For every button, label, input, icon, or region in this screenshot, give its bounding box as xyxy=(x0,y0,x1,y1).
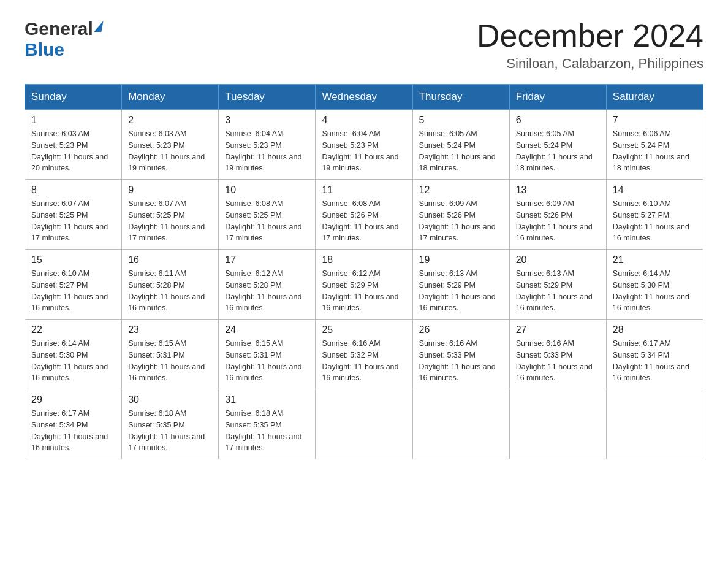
calendar-cell: 14 Sunrise: 6:10 AMSunset: 5:27 PMDaylig… xyxy=(606,180,703,250)
calendar-cell: 30 Sunrise: 6:18 AMSunset: 5:35 PMDaylig… xyxy=(122,389,219,459)
day-number: 1 xyxy=(31,115,115,126)
day-number: 7 xyxy=(613,115,697,126)
calendar-cell: 10 Sunrise: 6:08 AMSunset: 5:25 PMDaylig… xyxy=(219,180,316,250)
day-info: Sunrise: 6:18 AMSunset: 5:35 PMDaylight:… xyxy=(128,409,205,452)
day-info: Sunrise: 6:13 AMSunset: 5:29 PMDaylight:… xyxy=(419,269,496,312)
day-info: Sunrise: 6:08 AMSunset: 5:26 PMDaylight:… xyxy=(322,199,398,242)
calendar-cell: 22 Sunrise: 6:14 AMSunset: 5:30 PMDaylig… xyxy=(25,320,122,389)
calendar-cell: 18 Sunrise: 6:12 AMSunset: 5:29 PMDaylig… xyxy=(316,250,412,320)
calendar-cell: 4 Sunrise: 6:04 AMSunset: 5:23 PMDayligh… xyxy=(316,110,412,180)
day-info: Sunrise: 6:15 AMSunset: 5:31 PMDaylight:… xyxy=(225,339,301,382)
weekday-header-wednesday: Wednesday xyxy=(316,85,412,110)
calendar-cell: 15 Sunrise: 6:10 AMSunset: 5:27 PMDaylig… xyxy=(25,250,122,320)
calendar-week-row: 22 Sunrise: 6:14 AMSunset: 5:30 PMDaylig… xyxy=(25,320,703,389)
calendar-cell: 6 Sunrise: 6:05 AMSunset: 5:24 PMDayligh… xyxy=(509,110,606,180)
day-number: 3 xyxy=(225,115,309,126)
page-header: General Blue December 2024 Siniloan, Cal… xyxy=(25,18,703,72)
day-info: Sunrise: 6:18 AMSunset: 5:35 PMDaylight:… xyxy=(225,409,301,452)
day-number: 28 xyxy=(613,324,697,335)
day-info: Sunrise: 6:12 AMSunset: 5:28 PMDaylight:… xyxy=(225,269,301,312)
day-number: 18 xyxy=(322,255,406,266)
day-number: 19 xyxy=(419,255,503,266)
calendar-cell: 5 Sunrise: 6:05 AMSunset: 5:24 PMDayligh… xyxy=(412,110,509,180)
day-number: 12 xyxy=(419,185,503,196)
day-number: 16 xyxy=(128,255,212,266)
calendar-cell: 3 Sunrise: 6:04 AMSunset: 5:23 PMDayligh… xyxy=(219,110,316,180)
day-number: 11 xyxy=(322,185,406,196)
calendar-week-row: 15 Sunrise: 6:10 AMSunset: 5:27 PMDaylig… xyxy=(25,250,703,320)
calendar-cell: 13 Sunrise: 6:09 AMSunset: 5:26 PMDaylig… xyxy=(509,180,606,250)
day-number: 29 xyxy=(31,394,115,405)
calendar-cell: 2 Sunrise: 6:03 AMSunset: 5:23 PMDayligh… xyxy=(122,110,219,180)
calendar-cell: 31 Sunrise: 6:18 AMSunset: 5:35 PMDaylig… xyxy=(219,389,316,459)
day-info: Sunrise: 6:03 AMSunset: 5:23 PMDaylight:… xyxy=(128,129,205,172)
weekday-header-monday: Monday xyxy=(122,85,219,110)
calendar-week-row: 29 Sunrise: 6:17 AMSunset: 5:34 PMDaylig… xyxy=(25,389,703,459)
calendar-week-row: 8 Sunrise: 6:07 AMSunset: 5:25 PMDayligh… xyxy=(25,180,703,250)
calendar-cell xyxy=(412,389,509,459)
day-info: Sunrise: 6:17 AMSunset: 5:34 PMDaylight:… xyxy=(613,339,689,382)
day-number: 10 xyxy=(225,185,309,196)
calendar-cell: 29 Sunrise: 6:17 AMSunset: 5:34 PMDaylig… xyxy=(25,389,122,459)
day-info: Sunrise: 6:07 AMSunset: 5:25 PMDaylight:… xyxy=(128,199,205,242)
calendar-cell: 20 Sunrise: 6:13 AMSunset: 5:29 PMDaylig… xyxy=(509,250,606,320)
logo: General Blue xyxy=(25,18,102,60)
title-block: December 2024 Siniloan, Calabarzon, Phil… xyxy=(477,18,703,72)
day-info: Sunrise: 6:14 AMSunset: 5:30 PMDaylight:… xyxy=(613,269,689,312)
month-title: December 2024 xyxy=(477,18,703,53)
calendar-cell: 27 Sunrise: 6:16 AMSunset: 5:33 PMDaylig… xyxy=(509,320,606,389)
calendar-header-row: SundayMondayTuesdayWednesdayThursdayFrid… xyxy=(25,85,703,110)
day-info: Sunrise: 6:06 AMSunset: 5:24 PMDaylight:… xyxy=(613,129,689,172)
day-number: 15 xyxy=(31,255,115,266)
day-info: Sunrise: 6:13 AMSunset: 5:29 PMDaylight:… xyxy=(516,269,593,312)
day-number: 25 xyxy=(322,324,406,335)
day-info: Sunrise: 6:04 AMSunset: 5:23 PMDaylight:… xyxy=(225,129,301,172)
calendar-cell xyxy=(606,389,703,459)
day-info: Sunrise: 6:16 AMSunset: 5:33 PMDaylight:… xyxy=(516,339,593,382)
day-info: Sunrise: 6:09 AMSunset: 5:26 PMDaylight:… xyxy=(516,199,593,242)
day-number: 30 xyxy=(128,394,212,405)
day-number: 23 xyxy=(128,324,212,335)
calendar-cell: 23 Sunrise: 6:15 AMSunset: 5:31 PMDaylig… xyxy=(122,320,219,389)
day-number: 9 xyxy=(128,185,212,196)
day-info: Sunrise: 6:04 AMSunset: 5:23 PMDaylight:… xyxy=(322,129,398,172)
calendar-cell: 21 Sunrise: 6:14 AMSunset: 5:30 PMDaylig… xyxy=(606,250,703,320)
calendar-cell: 1 Sunrise: 6:03 AMSunset: 5:23 PMDayligh… xyxy=(25,110,122,180)
weekday-header-thursday: Thursday xyxy=(412,85,509,110)
weekday-header-friday: Friday xyxy=(509,85,606,110)
calendar-cell: 9 Sunrise: 6:07 AMSunset: 5:25 PMDayligh… xyxy=(122,180,219,250)
day-info: Sunrise: 6:08 AMSunset: 5:25 PMDaylight:… xyxy=(225,199,301,242)
day-info: Sunrise: 6:05 AMSunset: 5:24 PMDaylight:… xyxy=(516,129,593,172)
calendar-cell: 19 Sunrise: 6:13 AMSunset: 5:29 PMDaylig… xyxy=(412,250,509,320)
day-info: Sunrise: 6:16 AMSunset: 5:33 PMDaylight:… xyxy=(419,339,496,382)
day-info: Sunrise: 6:10 AMSunset: 5:27 PMDaylight:… xyxy=(613,199,689,242)
calendar-cell: 11 Sunrise: 6:08 AMSunset: 5:26 PMDaylig… xyxy=(316,180,412,250)
day-info: Sunrise: 6:14 AMSunset: 5:30 PMDaylight:… xyxy=(31,339,108,382)
calendar-cell: 28 Sunrise: 6:17 AMSunset: 5:34 PMDaylig… xyxy=(606,320,703,389)
weekday-header-saturday: Saturday xyxy=(606,85,703,110)
logo-general-text: General xyxy=(25,18,93,39)
day-info: Sunrise: 6:16 AMSunset: 5:32 PMDaylight:… xyxy=(322,339,398,382)
calendar-cell: 26 Sunrise: 6:16 AMSunset: 5:33 PMDaylig… xyxy=(412,320,509,389)
day-info: Sunrise: 6:15 AMSunset: 5:31 PMDaylight:… xyxy=(128,339,205,382)
day-info: Sunrise: 6:12 AMSunset: 5:29 PMDaylight:… xyxy=(322,269,398,312)
day-number: 6 xyxy=(516,115,600,126)
calendar-cell: 12 Sunrise: 6:09 AMSunset: 5:26 PMDaylig… xyxy=(412,180,509,250)
day-number: 8 xyxy=(31,185,115,196)
logo-triangle-icon xyxy=(94,21,103,32)
weekday-header-tuesday: Tuesday xyxy=(219,85,316,110)
calendar-cell: 7 Sunrise: 6:06 AMSunset: 5:24 PMDayligh… xyxy=(606,110,703,180)
day-info: Sunrise: 6:09 AMSunset: 5:26 PMDaylight:… xyxy=(419,199,496,242)
calendar-cell: 8 Sunrise: 6:07 AMSunset: 5:25 PMDayligh… xyxy=(25,180,122,250)
calendar-cell: 24 Sunrise: 6:15 AMSunset: 5:31 PMDaylig… xyxy=(219,320,316,389)
location-subtitle: Siniloan, Calabarzon, Philippines xyxy=(477,56,703,72)
day-number: 5 xyxy=(419,115,503,126)
calendar-cell: 17 Sunrise: 6:12 AMSunset: 5:28 PMDaylig… xyxy=(219,250,316,320)
day-info: Sunrise: 6:10 AMSunset: 5:27 PMDaylight:… xyxy=(31,269,108,312)
day-number: 26 xyxy=(419,324,503,335)
day-number: 2 xyxy=(128,115,212,126)
day-number: 14 xyxy=(613,185,697,196)
calendar-cell: 16 Sunrise: 6:11 AMSunset: 5:28 PMDaylig… xyxy=(122,250,219,320)
day-number: 20 xyxy=(516,255,600,266)
day-number: 21 xyxy=(613,255,697,266)
